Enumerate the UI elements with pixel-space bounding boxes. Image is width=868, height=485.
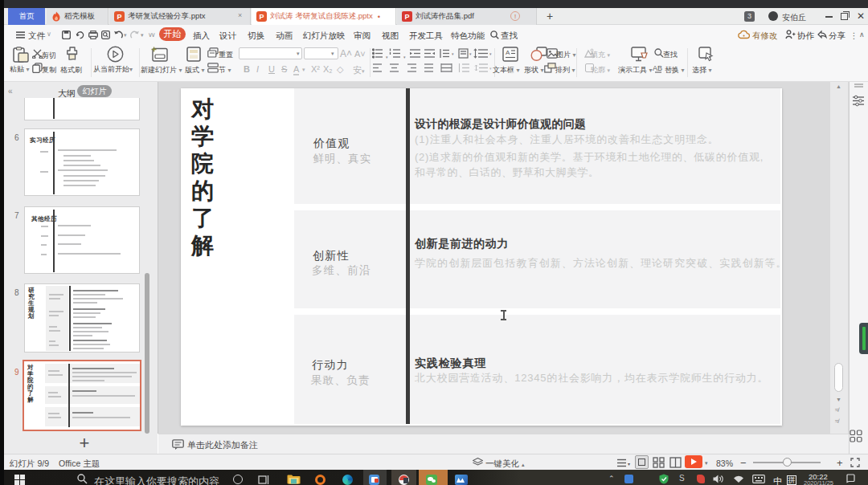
svg-text:▾: ▾ — [403, 55, 406, 59]
svg-text:▾: ▾ — [489, 66, 492, 71]
svg-text:▾: ▾ — [489, 51, 492, 56]
svg-text:▾: ▾ — [469, 51, 472, 56]
svg-text:▾: ▾ — [386, 55, 388, 59]
svg-text:AB: AB — [653, 64, 662, 72]
svg-text:A: A — [506, 49, 510, 56]
svg-text:▾: ▾ — [452, 51, 454, 56]
svg-text:▾: ▾ — [628, 462, 630, 467]
